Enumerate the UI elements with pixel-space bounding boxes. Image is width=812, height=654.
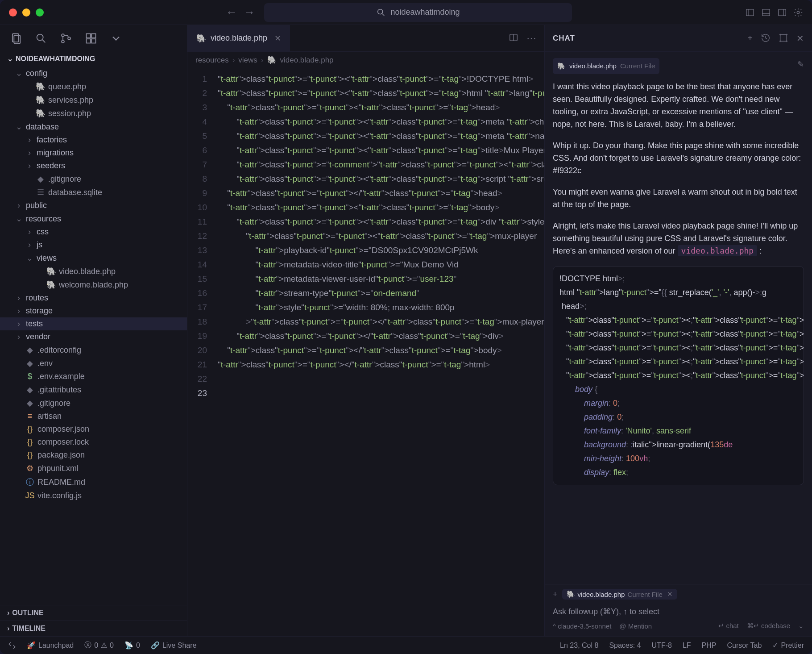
file-item[interactable]: ◆.gitignore xyxy=(0,396,187,410)
command-center[interactable]: noideawhatimdoing xyxy=(264,3,572,22)
file-item[interactable]: ☰database.sqlite xyxy=(0,186,187,199)
folder-item[interactable]: ›css xyxy=(0,225,187,238)
chat-button[interactable]: ↵ chat xyxy=(718,622,739,630)
file-item[interactable]: ◆.env xyxy=(0,357,187,370)
folder-item[interactable]: ›migrations xyxy=(0,146,187,159)
file-item[interactable]: 🐘session.php xyxy=(0,107,187,120)
breadcrumb-segment[interactable]: resources xyxy=(195,56,229,65)
frame-icon[interactable] xyxy=(779,33,788,43)
encoding-button[interactable]: UTF-8 xyxy=(652,642,672,650)
remote-button[interactable] xyxy=(8,642,16,650)
input-context-chip[interactable]: 🐘 video.blade.php Current File ✕ xyxy=(562,589,677,600)
file-item[interactable]: $.env.example xyxy=(0,370,187,383)
new-chat-icon[interactable]: + xyxy=(747,33,753,44)
launchpad-button[interactable]: 🚀 Launchpad xyxy=(27,641,74,650)
file-item[interactable]: ◆.gitignore xyxy=(0,172,187,186)
window-minimize-button[interactable] xyxy=(22,8,30,17)
file-item[interactable]: 🐘video.blade.php xyxy=(0,265,187,278)
remove-chip-icon[interactable]: ✕ xyxy=(667,590,673,598)
folder-item[interactable]: ⌄views xyxy=(0,251,187,265)
editorconfig-icon: ◆ xyxy=(26,345,34,355)
chevron-icon: › xyxy=(15,306,22,316)
folder-item[interactable]: ›seeders xyxy=(0,159,187,172)
context-chip[interactable]: 🐘 video.blade.php Current File xyxy=(553,58,659,74)
panel-right-icon[interactable] xyxy=(777,8,787,17)
folder-item[interactable]: ›routes xyxy=(0,292,187,304)
file-item[interactable]: ◆.editorconfig xyxy=(0,343,187,357)
folder-item[interactable]: ›js xyxy=(0,238,187,251)
folder-item[interactable]: ⌄config xyxy=(0,67,187,80)
file-item[interactable]: 🐘welcome.blade.php xyxy=(0,278,187,292)
svg-rect-3 xyxy=(779,9,786,16)
chevron-icon: › xyxy=(15,319,22,329)
source-control-icon[interactable] xyxy=(60,32,72,45)
history-icon[interactable] xyxy=(761,33,771,43)
outline-section[interactable]: ›OUTLINE xyxy=(0,605,187,621)
gear-icon[interactable] xyxy=(793,8,803,17)
mention-button[interactable]: @ Mention xyxy=(619,622,652,630)
file-item[interactable]: ◆.gitattributes xyxy=(0,383,187,396)
problems-button[interactable]: ⓧ 0 ⚠ 0 xyxy=(84,641,114,650)
file-item[interactable]: {}composer.json xyxy=(0,423,187,436)
cursor-position[interactable]: Ln 23, Col 8 xyxy=(560,642,598,650)
svg-rect-12 xyxy=(91,34,95,38)
editor-tab[interactable]: 🐘 video.blade.php ✕ xyxy=(187,25,290,51)
explorer-header[interactable]: ⌄ NOIDEAWHATIMDOING xyxy=(0,52,187,66)
file-item[interactable]: JSvite.config.js xyxy=(0,489,187,502)
folder-item[interactable]: ›tests xyxy=(0,317,187,330)
close-panel-icon[interactable]: ✕ xyxy=(796,33,804,44)
file-item[interactable]: {}composer.lock xyxy=(0,436,187,449)
language-button[interactable]: PHP xyxy=(702,642,717,650)
chevron-down-icon[interactable]: ⌄ xyxy=(798,622,804,630)
search-icon[interactable] xyxy=(35,32,47,45)
file-item[interactable]: {}package.json xyxy=(0,449,187,462)
model-selector[interactable]: ^ claude-3.5-sonnet xyxy=(553,622,611,630)
user-message: You might even wanna give Laravel a warm… xyxy=(553,186,804,211)
chat-body[interactable]: ✎ 🐘 video.blade.php Current File I want … xyxy=(545,52,812,584)
eol-button[interactable]: LF xyxy=(683,642,691,650)
explorer-icon[interactable] xyxy=(10,32,22,45)
split-editor-icon[interactable] xyxy=(509,33,518,42)
folder-item[interactable]: ›public xyxy=(0,199,187,212)
window-close-button[interactable] xyxy=(9,8,17,17)
window-maximize-button[interactable] xyxy=(36,8,44,17)
assistant-code-block[interactable]: !DOCTYPE html>;html "t-attr">lang"t-punc… xyxy=(553,266,804,485)
breadcrumb-segment[interactable]: video.blade.php xyxy=(280,56,334,65)
svg-point-7 xyxy=(37,34,43,41)
folder-item[interactable]: ⌄resources xyxy=(0,212,187,225)
codebase-button[interactable]: ⌘↵ codebase xyxy=(747,622,790,630)
edit-icon[interactable]: ✎ xyxy=(797,58,804,71)
file-item[interactable]: 🐘queue.php xyxy=(0,80,187,93)
chat-input[interactable]: Ask followup (⌘Y), ↑ to select xyxy=(553,604,804,622)
file-item[interactable]: ≡artisan xyxy=(0,410,187,423)
nav-forward-icon[interactable]: → xyxy=(244,5,255,19)
code-content[interactable]: "t-attr">class"t-punct">="t-punct"><"t-a… xyxy=(214,68,544,636)
liveshare-button[interactable]: 🔗 Live Share xyxy=(151,641,197,650)
file-item[interactable]: 🐘services.php xyxy=(0,93,187,107)
indentation-button[interactable]: Spaces: 4 xyxy=(609,642,641,650)
prettier-button[interactable]: ✓ Prettier xyxy=(772,641,804,650)
code-editor[interactable]: 1234567891011121314151617181920212223 "t… xyxy=(187,68,544,636)
nav-back-icon[interactable]: ← xyxy=(226,5,237,19)
folder-item[interactable]: ⌄database xyxy=(0,120,187,133)
file-item[interactable]: ⚙phpunit.xml xyxy=(0,462,187,475)
breadcrumb[interactable]: resources› views› 🐘 video.blade.php xyxy=(187,52,544,68)
chevron-down-icon[interactable] xyxy=(110,32,122,45)
folder-item[interactable]: ›factories xyxy=(0,133,187,146)
file-item[interactable]: ⓘREADME.md xyxy=(0,475,187,489)
chevron-icon: › xyxy=(15,293,22,303)
folder-item[interactable]: ›storage xyxy=(0,304,187,317)
close-tab-icon[interactable]: ✕ xyxy=(274,33,281,43)
cursor-tab-button[interactable]: Cursor Tab xyxy=(727,642,762,650)
timeline-section[interactable]: ›TIMELINE xyxy=(0,621,187,636)
panel-bottom-icon[interactable] xyxy=(761,8,771,17)
ports-button[interactable]: 📡 0 xyxy=(124,641,140,650)
svg-point-4 xyxy=(797,11,800,14)
breadcrumb-segment[interactable]: views xyxy=(238,56,257,65)
add-context-icon[interactable]: + xyxy=(553,590,558,599)
panel-left-icon[interactable] xyxy=(745,8,755,17)
more-actions-icon[interactable]: ⋯ xyxy=(526,33,536,44)
folder-item[interactable]: ›vendor xyxy=(0,330,187,343)
chevron-down-icon: ⌄ xyxy=(7,54,13,63)
extensions-icon[interactable] xyxy=(85,32,97,45)
